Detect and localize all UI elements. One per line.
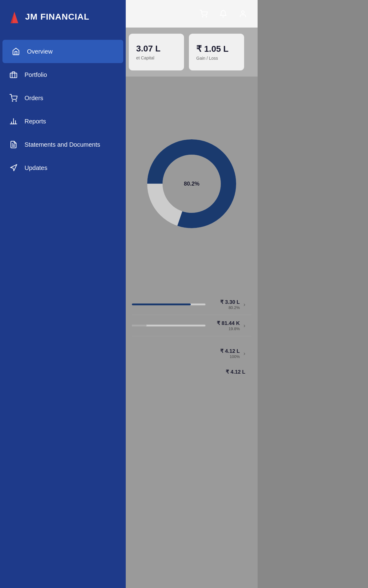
gain-loss-label: Gain / Loss bbox=[196, 56, 237, 61]
legend-row-2[interactable]: ₹ 81.44 K 19.8% › bbox=[132, 315, 251, 336]
gain-loss-value: ₹ 1.05 L bbox=[196, 44, 237, 54]
bar-chart-icon bbox=[9, 116, 18, 126]
bottom-row-2[interactable]: ₹ 4.12 L bbox=[132, 364, 251, 380]
megaphone-icon bbox=[9, 163, 18, 173]
legend-amount-2: ₹ 81.44 K bbox=[209, 320, 240, 326]
orders-cart-icon bbox=[9, 93, 18, 103]
app-title: JM FINANCIAL bbox=[25, 12, 90, 22]
legend-row-1[interactable]: ₹ 3.30 L 80.2% › bbox=[132, 294, 251, 315]
net-capital-label: et Capital bbox=[136, 55, 177, 60]
svg-point-0 bbox=[202, 17, 203, 17]
sidebar-item-updates[interactable]: Updates bbox=[0, 156, 126, 179]
legend-amount-1: ₹ 3.30 L bbox=[209, 299, 240, 305]
net-capital-card: 3.07 L et Capital bbox=[129, 34, 184, 70]
amount-block-1: ₹ 3.30 L 80.2% bbox=[209, 299, 240, 310]
amount-block-2: ₹ 81.44 K 19.8% bbox=[209, 320, 240, 331]
briefcase-icon bbox=[9, 70, 18, 80]
sidebar-item-portfolio[interactable]: Portfolio bbox=[0, 63, 126, 86]
home-icon bbox=[11, 47, 21, 56]
svg-point-9 bbox=[16, 101, 17, 101]
sidebar-item-overview[interactable]: Overview bbox=[2, 40, 123, 63]
bottom-amount-2: ₹ 4.12 L bbox=[215, 369, 245, 375]
cart-icon[interactable] bbox=[198, 8, 209, 19]
sidebar-item-statements[interactable]: Statements and Documents bbox=[0, 133, 126, 156]
logo-icon bbox=[7, 9, 22, 24]
sidebar: JM FINANCIAL Overview Portfolio bbox=[0, 0, 126, 588]
bottom-amount-block-2: ₹ 4.12 L bbox=[215, 369, 245, 375]
sidebar-item-label-statements: Statements and Documents bbox=[25, 141, 100, 148]
legend-percent-1: 80.2% bbox=[209, 305, 240, 310]
legend-percent-2: 19.8% bbox=[209, 326, 240, 331]
net-capital-value: 3.07 L bbox=[136, 44, 177, 54]
chevron-icon-2[interactable]: › bbox=[243, 322, 245, 329]
chevron-icon-3[interactable]: › bbox=[243, 350, 245, 357]
gain-loss-card: ₹ 1.05 L Gain / Loss bbox=[189, 34, 244, 70]
document-icon bbox=[9, 140, 18, 149]
bar-track-2 bbox=[132, 325, 205, 326]
bar-fill-1 bbox=[132, 303, 191, 305]
sidebar-item-label-reports: Reports bbox=[25, 118, 46, 125]
sidebar-item-label-portfolio: Portfolio bbox=[25, 71, 47, 78]
donut-chart: 80.2% bbox=[146, 138, 238, 230]
bar-track-1 bbox=[132, 303, 205, 305]
svg-point-1 bbox=[206, 17, 207, 17]
bottom-row-1[interactable]: ₹ 4.12 L 100% › bbox=[132, 343, 251, 364]
nav-list: Overview Portfolio Orders bbox=[0, 40, 126, 179]
sidebar-item-orders[interactable]: Orders bbox=[0, 86, 126, 110]
user-icon[interactable] bbox=[237, 8, 248, 19]
bar-fill-2 bbox=[132, 325, 147, 326]
sidebar-item-reports[interactable]: Reports bbox=[0, 110, 126, 133]
bottom-section: ₹ 4.12 L 100% › ₹ 4.12 L bbox=[126, 337, 258, 386]
sidebar-item-label-overview: Overview bbox=[27, 48, 52, 55]
chart-area: 80.2% bbox=[126, 77, 258, 291]
svg-point-2 bbox=[242, 11, 244, 13]
sidebar-item-label-updates: Updates bbox=[25, 164, 48, 172]
bell-icon[interactable] bbox=[218, 8, 229, 19]
bottom-percent-1: 100% bbox=[209, 354, 240, 359]
chevron-icon-1[interactable]: › bbox=[243, 301, 245, 308]
svg-rect-7 bbox=[10, 73, 17, 78]
sidebar-item-label-orders: Orders bbox=[25, 95, 43, 102]
sidebar-logo: JM FINANCIAL bbox=[0, 0, 126, 34]
svg-point-8 bbox=[12, 101, 13, 101]
legend-area: ₹ 3.30 L 80.2% › ₹ 81.44 K 19.8% › bbox=[126, 288, 258, 342]
donut-percentage: 80.2% bbox=[184, 181, 199, 187]
bottom-amount-1: ₹ 4.12 L bbox=[209, 348, 240, 354]
bottom-amount-block-1: ₹ 4.12 L 100% bbox=[209, 348, 240, 359]
